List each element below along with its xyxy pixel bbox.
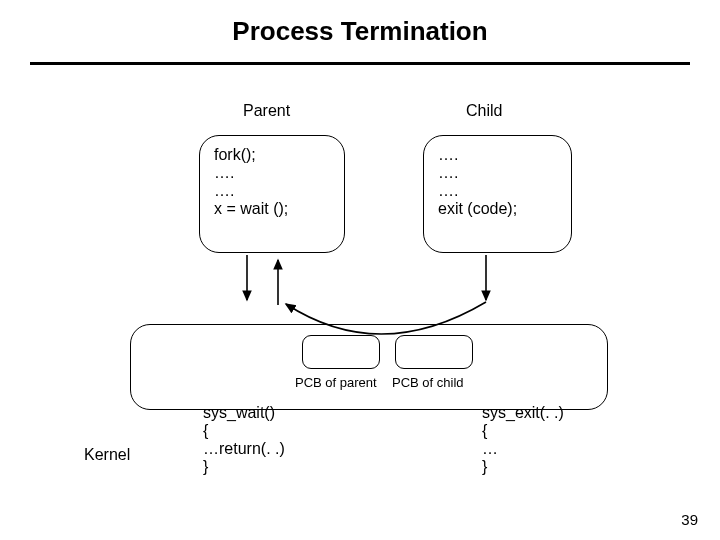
sys-exit-code: sys_exit(. .) { … } (482, 404, 564, 476)
sys-wait-code: sys_wait() { …return(. .) } (203, 404, 285, 476)
page-number: 39 (681, 511, 698, 528)
pcb-parent-caption: PCB of parent (295, 375, 377, 390)
parent-code: fork(); …. …. x = wait (); (214, 146, 330, 218)
parent-label: Parent (243, 102, 290, 120)
kernel-label: Kernel (84, 446, 130, 464)
parent-process-box: fork(); …. …. x = wait (); (199, 135, 345, 253)
pcb-child-caption: PCB of child (392, 375, 464, 390)
title-divider (30, 62, 690, 65)
pcb-child-box (395, 335, 473, 369)
child-code: …. …. …. exit (code); (438, 146, 557, 218)
child-label: Child (466, 102, 502, 120)
child-process-box: …. …. …. exit (code); (423, 135, 572, 253)
slide-title: Process Termination (0, 16, 720, 47)
pcb-parent-box (302, 335, 380, 369)
